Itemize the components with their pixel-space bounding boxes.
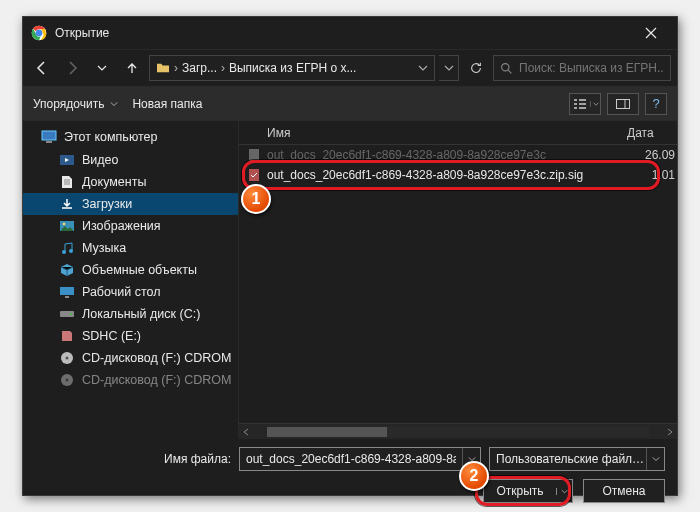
- sidebar-item-desktop[interactable]: Рабочий стол: [23, 281, 238, 303]
- footer: Имя файла: Пользовательские файлы (*.s О…: [23, 439, 677, 497]
- filename-combo[interactable]: [239, 447, 481, 471]
- cancel-button[interactable]: Отмена: [583, 479, 665, 503]
- cd-icon: [59, 373, 75, 387]
- sidebar-item-videos[interactable]: Видео: [23, 149, 238, 171]
- view-mode-button[interactable]: [569, 93, 601, 115]
- filetype-filter[interactable]: Пользовательские файлы (*.s: [489, 447, 665, 471]
- column-header[interactable]: Имя Дата: [239, 121, 677, 145]
- search-box[interactable]: [493, 55, 671, 81]
- cd-icon: [59, 351, 75, 365]
- horizontal-scrollbar[interactable]: [239, 423, 677, 439]
- svg-point-19: [66, 379, 69, 382]
- search-input[interactable]: [519, 61, 664, 75]
- window-title: Открытие: [55, 26, 633, 40]
- preview-pane-button[interactable]: [607, 93, 639, 115]
- sidebar-item-label: Видео: [82, 153, 119, 167]
- filter-label: Пользовательские файлы (*.s: [496, 452, 646, 466]
- folder-icon: [156, 62, 170, 74]
- svg-rect-20: [249, 149, 259, 161]
- sidebar-item-label: Локальный диск (C:): [82, 307, 200, 321]
- svg-point-3: [502, 63, 509, 70]
- close-icon: [645, 27, 657, 39]
- sidebar-item-3d-objects[interactable]: Объемные объекты: [23, 259, 238, 281]
- sig-file-icon: [247, 168, 261, 182]
- forward-button: [59, 55, 85, 81]
- svg-point-17: [66, 357, 69, 360]
- callout-badge-1: 1: [241, 184, 271, 214]
- new-folder-button[interactable]: Новая папка: [132, 97, 202, 111]
- chevron-right-icon: ›: [174, 61, 178, 75]
- organize-label: Упорядочить: [33, 97, 104, 111]
- filename-input[interactable]: [240, 452, 462, 466]
- open-button[interactable]: Открыть: [483, 479, 573, 503]
- sidebar-item-music[interactable]: Музыка: [23, 237, 238, 259]
- sidebar-item-cdrom-2[interactable]: CD-дисковод (F:) CDROM: [23, 369, 238, 391]
- recent-dropdown[interactable]: [89, 55, 115, 81]
- titlebar: Открытие: [23, 17, 677, 49]
- file-date: 1.01: [633, 168, 677, 182]
- body: Этот компьютер Видео Документы Загрузки …: [23, 121, 677, 439]
- search-icon: [500, 62, 513, 75]
- music-icon: [59, 241, 75, 255]
- svg-point-11: [69, 249, 73, 253]
- up-button[interactable]: [119, 55, 145, 81]
- close-button[interactable]: [633, 19, 669, 47]
- computer-icon: [41, 130, 57, 144]
- open-button-dropdown[interactable]: [556, 488, 572, 495]
- breadcrumb-2[interactable]: Выписка из ЕГРН о х...: [229, 61, 356, 75]
- svg-rect-13: [65, 296, 69, 298]
- file-row-selected[interactable]: out_docs_20ec6df1-c869-4328-a809-8a928ce…: [239, 165, 677, 185]
- help-button[interactable]: ?: [645, 93, 667, 115]
- image-icon: [59, 219, 75, 233]
- refresh-button[interactable]: [463, 55, 489, 81]
- cube-icon: [59, 263, 75, 277]
- video-icon: [59, 153, 75, 167]
- callout-badge-2: 2: [459, 461, 489, 491]
- svg-rect-6: [46, 141, 52, 143]
- chevron-down-icon: [561, 488, 568, 495]
- path-history-dropdown[interactable]: [439, 55, 459, 81]
- chevron-down-icon: [110, 100, 118, 108]
- sidebar-item-cdrom[interactable]: CD-дисковод (F:) CDROM: [23, 347, 238, 369]
- nav-row: › Загр... › Выписка из ЕГРН о х...: [23, 49, 677, 87]
- list-icon: [573, 99, 587, 109]
- path-box[interactable]: › Загр... › Выписка из ЕГРН о х...: [149, 55, 435, 81]
- file-row[interactable]: out_docs_20ec6df1-c869-4328-a809-8a928ce…: [239, 145, 677, 165]
- filename-label: Имя файла:: [35, 452, 231, 466]
- file-name: out_docs_20ec6df1-c869-4328-a809-8a928ce…: [267, 168, 627, 182]
- scrollbar-thumb[interactable]: [267, 427, 387, 437]
- sidebar-item-disk-c[interactable]: Локальный диск (C:): [23, 303, 238, 325]
- column-name[interactable]: Имя: [239, 126, 627, 140]
- sidebar-item-label: SDHC (E:): [82, 329, 141, 343]
- organize-menu[interactable]: Упорядочить: [33, 97, 118, 111]
- file-date: 26.09: [633, 148, 677, 162]
- file-rows: out_docs_20ec6df1-c869-4328-a809-8a928ce…: [239, 145, 677, 423]
- file-icon: [247, 148, 261, 162]
- sidebar-item-label: Музыка: [82, 241, 126, 255]
- scroll-right-icon[interactable]: [663, 425, 677, 439]
- arrow-right-icon: [64, 60, 80, 76]
- sidebar-item-label: CD-дисковод (F:) CDROM: [82, 351, 231, 365]
- breadcrumb-1[interactable]: Загр...: [182, 61, 217, 75]
- scroll-left-icon[interactable]: [239, 425, 253, 439]
- back-button[interactable]: [29, 55, 55, 81]
- chevron-down-icon: [418, 63, 428, 73]
- filter-dropdown[interactable]: [646, 448, 664, 470]
- download-icon: [59, 197, 75, 211]
- sidebar-item-sdhc[interactable]: SDHC (E:): [23, 325, 238, 347]
- chrome-icon: [31, 25, 47, 41]
- svg-point-10: [62, 250, 66, 254]
- sd-icon: [59, 329, 75, 343]
- column-date[interactable]: Дата: [627, 126, 677, 140]
- sidebar-this-pc[interactable]: Этот компьютер: [23, 125, 238, 149]
- svg-point-9: [63, 223, 66, 226]
- chevron-right-icon: ›: [221, 61, 225, 75]
- disk-icon: [59, 307, 75, 321]
- file-name: out_docs_20ec6df1-c869-4328-a809-8a928ce…: [267, 148, 627, 162]
- sidebar-item-downloads[interactable]: Загрузки: [23, 193, 238, 215]
- sidebar-item-pictures[interactable]: Изображения: [23, 215, 238, 237]
- arrow-left-icon: [34, 60, 50, 76]
- sidebar-item-documents[interactable]: Документы: [23, 171, 238, 193]
- chevron-down-icon: [652, 455, 660, 463]
- open-button-label: Открыть: [484, 484, 556, 498]
